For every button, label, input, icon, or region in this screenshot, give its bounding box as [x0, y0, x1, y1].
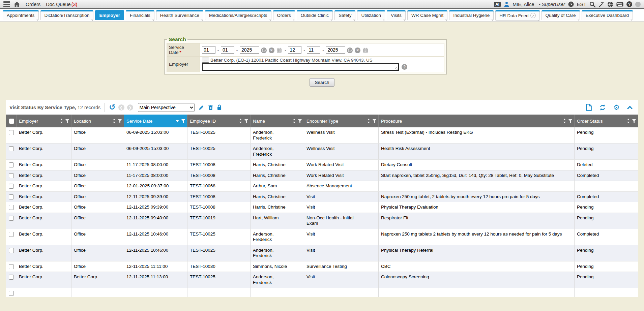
sort-desc-icon[interactable]: [176, 120, 179, 122]
tab-visits[interactable]: Visits: [387, 10, 406, 20]
tab-executive-dashboard[interactable]: Executive Dashboard: [582, 10, 633, 20]
to-month-input[interactable]: [288, 46, 301, 54]
sort-icon[interactable]: [113, 119, 116, 123]
search-icon[interactable]: [589, 1, 595, 7]
from-month-input[interactable]: [202, 46, 215, 54]
employer-remove-button[interactable]: —: [202, 58, 209, 63]
filter-icon[interactable]: [632, 119, 636, 123]
next-icon[interactable]: ❯: [127, 104, 133, 111]
cell-employee-id: TEST-10008: [187, 170, 251, 181]
row-checkbox[interactable]: [9, 162, 14, 167]
row-checkbox[interactable]: [9, 184, 14, 189]
filter-icon[interactable]: [298, 119, 302, 123]
filter-icon[interactable]: [372, 119, 377, 123]
row-checkbox[interactable]: [9, 232, 14, 237]
sort-icon[interactable]: [293, 119, 296, 123]
new-document-icon[interactable]: [586, 104, 592, 111]
from-calendar-icon[interactable]: [276, 48, 282, 53]
sort-icon[interactable]: [239, 119, 242, 123]
cell-empty: [187, 288, 251, 297]
home-icon[interactable]: [13, 1, 20, 7]
tab-appointments[interactable]: Appointments: [3, 10, 39, 20]
select-all-checkbox[interactable]: [9, 119, 14, 124]
from-year-input[interactable]: [240, 46, 259, 54]
edit-perspective-icon[interactable]: [199, 105, 204, 110]
lock-icon[interactable]: [217, 104, 222, 110]
row-checkbox[interactable]: [9, 130, 14, 135]
row-checkbox[interactable]: [9, 173, 14, 178]
from-clear-icon[interactable]: ×: [269, 48, 274, 53]
column-header-location[interactable]: Location: [71, 115, 124, 127]
breadcrumb-orders[interactable]: Orders: [26, 2, 40, 7]
tab-quality-of-care[interactable]: Quality of Care: [541, 10, 580, 20]
globe-phone-icon[interactable]: [607, 1, 613, 7]
filter-icon[interactable]: [181, 119, 185, 123]
tab-health-surveillance[interactable]: Health Surveillance: [156, 10, 203, 20]
undo-icon[interactable]: ↺: [109, 103, 115, 111]
tab-employer[interactable]: Employer: [95, 10, 124, 20]
hamburger-menu-icon[interactable]: [3, 1, 11, 8]
to-year-input[interactable]: [326, 46, 345, 54]
filter-icon[interactable]: [568, 119, 573, 123]
row-checkbox[interactable]: [9, 216, 14, 221]
row-checkbox[interactable]: [9, 146, 14, 151]
sort-icon[interactable]: [367, 119, 370, 123]
cell-service-date: 12-01-2025 09:37:00: [124, 181, 187, 191]
refresh-icon[interactable]: [599, 104, 606, 111]
sort-icon[interactable]: [563, 119, 566, 123]
column-header-name[interactable]: Name: [251, 115, 304, 127]
tab-dictation-transcription[interactable]: Dictation/Transcription: [40, 10, 94, 20]
column-header-employee-id[interactable]: Employee ID: [187, 115, 251, 127]
row-checkbox[interactable]: [9, 291, 14, 296]
to-time-icon[interactable]: [347, 48, 353, 53]
column-header-procedure[interactable]: Procedure: [379, 115, 575, 127]
row-checkbox[interactable]: [9, 275, 14, 280]
to-day-input[interactable]: [307, 46, 320, 54]
column-header-order-status[interactable]: Order Status: [575, 115, 638, 127]
row-checkbox[interactable]: [9, 264, 14, 269]
employer-search-input[interactable]: [202, 63, 399, 71]
from-day-input[interactable]: [221, 46, 234, 54]
row-checkbox[interactable]: [9, 248, 14, 253]
row-checkbox[interactable]: [9, 205, 14, 210]
from-time-icon[interactable]: [261, 48, 267, 53]
tab-label: Financials: [130, 13, 150, 18]
search-button[interactable]: Search: [310, 78, 335, 87]
ai-badge[interactable]: AI: [494, 2, 501, 7]
breadcrumb-doc-queue[interactable]: Doc Queue(3): [46, 2, 77, 7]
tab-safety[interactable]: Safety: [334, 10, 355, 20]
perspective-select[interactable]: Main Perspective: [138, 103, 195, 112]
prev-icon[interactable]: ❮: [118, 104, 124, 111]
tab-label: Employer: [99, 13, 120, 18]
range-separator: -: [285, 48, 286, 53]
tab-hr-data-feed[interactable]: HR Data Feed↗: [495, 10, 539, 21]
tab-wr-case-mgmt[interactable]: WR Case Mgmt: [407, 10, 447, 20]
column-header-employer[interactable]: Employer: [17, 115, 71, 127]
record-count: 12 records: [78, 105, 101, 110]
to-clear-icon[interactable]: ×: [355, 48, 360, 53]
row-checkbox[interactable]: [9, 194, 14, 199]
tab-financials[interactable]: Financials: [126, 10, 154, 20]
wand-icon[interactable]: [598, 1, 604, 7]
tab-industrial-hygiene[interactable]: Industrial Hygiene: [449, 10, 494, 20]
delete-perspective-icon[interactable]: [208, 104, 213, 110]
tab-outside-clinic[interactable]: Outside Clinic: [297, 10, 333, 20]
column-header-service-date[interactable]: Service Date: [124, 115, 187, 127]
sort-icon[interactable]: [60, 119, 63, 123]
sort-icon[interactable]: [627, 119, 630, 123]
filter-icon[interactable]: [65, 119, 69, 123]
tab-utilization[interactable]: Utilization: [357, 10, 385, 20]
tab-medications-allergies-scripts[interactable]: Medications/Allergies/Scripts: [205, 10, 271, 20]
filter-icon[interactable]: [118, 119, 122, 123]
help-icon[interactable]: ?: [626, 1, 632, 7]
employer-help-icon[interactable]: ?: [402, 64, 407, 70]
tab-orders[interactable]: Orders: [273, 10, 295, 20]
clock-icon[interactable]: [568, 1, 574, 7]
column-header-encounter-type[interactable]: Encounter Type: [304, 115, 379, 127]
keyboard-icon[interactable]: [616, 2, 623, 7]
filter-icon[interactable]: [244, 119, 248, 123]
collapse-icon[interactable]: [627, 106, 633, 109]
settings-gear-icon[interactable]: ⚙: [613, 104, 620, 111]
cell-encounter-type: Visit: [304, 245, 379, 261]
to-calendar-icon[interactable]: [363, 48, 368, 53]
